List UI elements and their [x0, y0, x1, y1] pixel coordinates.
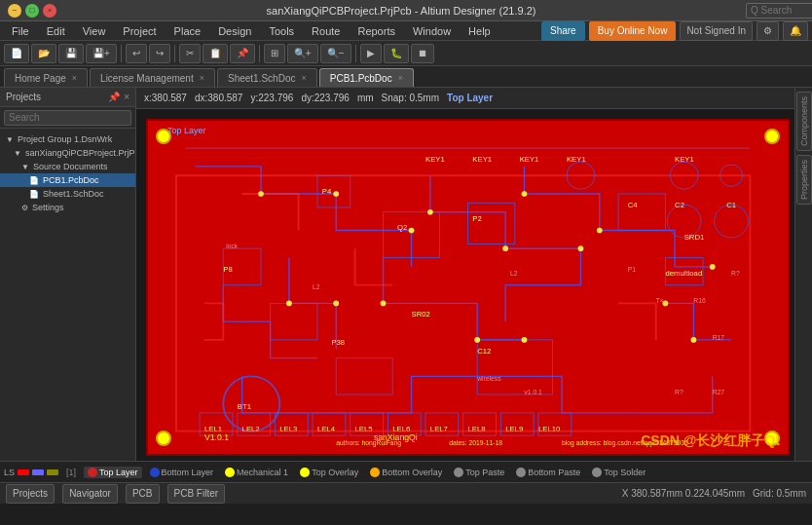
layer-dot-top-overlay	[300, 468, 310, 477]
panel-close-icon[interactable]: ×	[124, 92, 129, 102]
svg-point-10	[715, 205, 749, 238]
tab-close-license[interactable]: ×	[200, 73, 204, 83]
menu-file[interactable]: File	[4, 23, 37, 39]
svg-rect-7	[271, 303, 317, 339]
svg-text:LEL5: LEL5	[355, 425, 373, 433]
tab-home-page[interactable]: Home Page ×	[4, 68, 88, 87]
menu-project[interactable]: Project	[115, 23, 164, 39]
notifications-icon[interactable]: 🔔	[783, 21, 808, 41]
layer-item-top-solder[interactable]: Top Solder	[588, 467, 649, 478]
layer-label-top-overlay: Top Overlay	[312, 468, 358, 477]
paste-button[interactable]: 📌	[230, 44, 255, 63]
layer-item-bottom-overlay[interactable]: Bottom Overlay	[366, 467, 446, 478]
menu-reports[interactable]: Reports	[350, 23, 403, 39]
menu-edit[interactable]: Edit	[39, 23, 73, 39]
svg-text:demultload: demultload	[665, 269, 702, 278]
tab-close-home[interactable]: ×	[72, 73, 77, 83]
separator-1	[121, 45, 122, 62]
close-button[interactable]: ×	[43, 4, 56, 18]
signin-button[interactable]: Not Signed In	[680, 21, 753, 41]
tab-close-schematic[interactable]: ×	[301, 73, 306, 83]
redo-button[interactable]: ↪	[149, 44, 170, 63]
tree-item-pcb[interactable]: 📄 PCB1.PcbDoc	[0, 173, 135, 187]
svg-rect-16	[238, 413, 271, 435]
pcb-board[interactable]: P8 P38 SR02 C12 Q2 C4 C2 C1 P4 LEL1 LEL2…	[146, 119, 790, 456]
stop-button[interactable]: ⏹	[411, 44, 434, 63]
title-bar: − □ × sanXiangQiPCBProject.PrjPcb - Alti…	[0, 0, 812, 21]
undo-button[interactable]: ↩	[126, 44, 147, 63]
status-tab-pcb[interactable]: PCB	[126, 484, 160, 504]
svg-text:SRD1: SRD1	[684, 233, 705, 242]
share-button[interactable]: Share	[541, 21, 585, 41]
layer-item-bottom[interactable]: Bottom Layer	[146, 467, 218, 478]
svg-text:KEY1: KEY1	[567, 155, 586, 164]
run-button[interactable]: ▶	[360, 44, 382, 63]
tab-pcb[interactable]: PCB1.PcbDoc ×	[319, 68, 414, 87]
coord-dy: dy:223.796	[301, 93, 350, 103]
panel-pin-icon[interactable]: 📌	[108, 92, 120, 102]
separator-2	[174, 45, 175, 62]
pcb-traces-svg: P8 P38 SR02 C12 Q2 C4 C2 C1 P4 LEL1 LEL2…	[148, 121, 788, 454]
svg-point-11	[670, 162, 698, 189]
search-input[interactable]	[746, 3, 812, 19]
tree-item-settings[interactable]: ⚙ Settings	[0, 201, 135, 214]
corner-hole-tr	[764, 129, 780, 144]
svg-rect-26	[317, 175, 351, 207]
tree-item-schematic[interactable]: 📄 Sheet1.SchDoc	[0, 187, 135, 201]
open-button[interactable]: 📂	[31, 44, 56, 63]
status-tab-navigator[interactable]: Navigator	[62, 484, 118, 504]
svg-text:LEL3: LEL3	[279, 425, 297, 433]
layer-item-top[interactable]: Top Layer	[84, 467, 142, 478]
layer-item-bottom-paste[interactable]: Bottom Paste	[512, 467, 584, 478]
menu-window[interactable]: Window	[405, 23, 459, 39]
tab-license[interactable]: License Management ×	[90, 68, 215, 87]
projects-search-input[interactable]	[4, 110, 131, 126]
copy-button[interactable]: 📋	[203, 44, 228, 63]
menu-help[interactable]: Help	[461, 23, 498, 39]
buy-button[interactable]: Buy Online Now	[589, 21, 677, 41]
svg-text:wireless: wireless	[476, 375, 501, 382]
right-tab-properties[interactable]: Properties	[796, 155, 812, 205]
layer-label-bottom: Bottom Layer	[162, 468, 214, 477]
minimize-button[interactable]: −	[8, 4, 21, 18]
maximize-button[interactable]: □	[25, 4, 39, 18]
zoom-in-button[interactable]: 🔍+	[287, 44, 318, 63]
svg-point-9	[667, 205, 701, 238]
svg-text:KEY1: KEY1	[425, 155, 445, 164]
menu-tools[interactable]: Tools	[261, 23, 302, 39]
status-tab-pcb-filter[interactable]: PCB Filter	[167, 484, 226, 504]
new-button[interactable]: 📄	[4, 44, 29, 63]
layer-dot-top-paste	[454, 468, 463, 477]
layer-dot-bottom-paste	[516, 468, 526, 477]
menu-view[interactable]: View	[75, 23, 114, 39]
svg-rect-18	[313, 413, 346, 435]
tree-item-source-docs[interactable]: ▼ Source Documents	[0, 160, 135, 173]
layer-item-mech1[interactable]: Mechanical 1	[221, 467, 292, 478]
corner-hole-br	[764, 431, 780, 446]
tab-schematic[interactable]: Sheet1.SchDoc ×	[217, 68, 317, 87]
layer-item-top-paste[interactable]: Top Paste	[450, 467, 508, 478]
corner-hole-tl	[156, 129, 171, 144]
tab-close-pcb[interactable]: ×	[398, 73, 403, 83]
layer-label-bottom-paste: Bottom Paste	[528, 468, 580, 477]
cut-button[interactable]: ✂	[179, 44, 201, 63]
menu-design[interactable]: Design	[210, 23, 259, 39]
pcb-canvas[interactable]: P8 P38 SR02 C12 Q2 C4 C2 C1 P4 LEL1 LEL2…	[136, 109, 794, 461]
save-button[interactable]: 💾	[58, 44, 84, 63]
project-tree: ▼ Project Group 1.DsnWrk ▼ sanXiangQiPCB…	[0, 129, 135, 461]
tree-item-project[interactable]: ▼ sanXiangQiPCBProject.PrjPcb	[0, 146, 135, 160]
menu-route[interactable]: Route	[304, 23, 348, 39]
settings-icon[interactable]: ⚙	[757, 21, 779, 41]
menu-place[interactable]: Place	[166, 23, 209, 39]
svg-text:Q2: Q2	[397, 224, 407, 233]
tree-item-group[interactable]: ▼ Project Group 1.DsnWrk	[0, 132, 135, 146]
zoom-out-button[interactable]: 🔍−	[320, 44, 351, 63]
debug-button[interactable]: 🐛	[384, 44, 409, 63]
zoom-fit-button[interactable]: ⊞	[264, 44, 285, 63]
layer-item-top-overlay[interactable]: Top Overlay	[296, 467, 362, 478]
save-all-button[interactable]: 💾+	[86, 44, 117, 63]
status-tab-projects[interactable]: Projects	[6, 484, 55, 504]
right-tab-components[interactable]: Components	[796, 92, 812, 151]
svg-text:C1: C1	[726, 201, 736, 209]
svg-text:C12: C12	[477, 347, 491, 356]
